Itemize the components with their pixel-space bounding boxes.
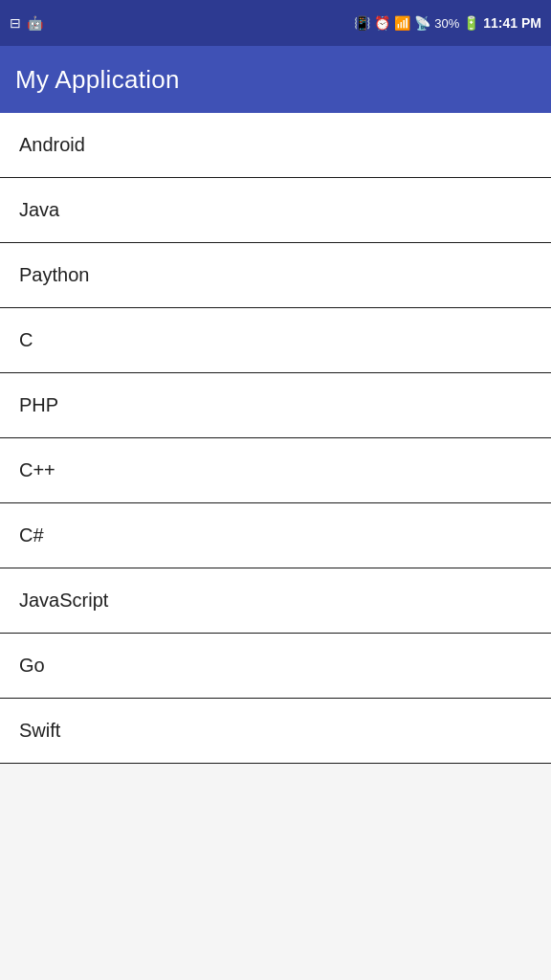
android-icon: 🤖	[27, 15, 43, 31]
alarm-icon: ⏰	[374, 15, 390, 31]
list-item-label: Go	[19, 655, 45, 676]
battery-percent: 30%	[434, 16, 459, 31]
list-item[interactable]: C	[0, 308, 551, 373]
battery-icon: 🔋	[463, 15, 479, 31]
list-container: Android Java Paython C PHP C++ C# JavaSc…	[0, 113, 551, 764]
list-item[interactable]: Java	[0, 178, 551, 243]
status-bar-left: ⊟ 🤖	[10, 15, 43, 31]
vibrate-icon: 📳	[354, 15, 370, 31]
list-item[interactable]: Swift	[0, 699, 551, 764]
list-item-label: Android	[19, 134, 85, 155]
list-item-label: PHP	[19, 394, 58, 415]
app-title: My Application	[15, 65, 180, 95]
list-item[interactable]: JavaScript	[0, 568, 551, 634]
status-time: 11:41 PM	[483, 15, 541, 31]
list-item[interactable]: Android	[0, 113, 551, 178]
list-item-label: JavaScript	[19, 590, 108, 611]
list-item[interactable]: PHP	[0, 373, 551, 438]
list-item-label: Java	[19, 199, 59, 220]
list-item-label: Swift	[19, 720, 60, 741]
list-item-label: Paython	[19, 264, 89, 285]
wifi-icon: 📶	[394, 15, 410, 31]
list-item[interactable]: C#	[0, 503, 551, 568]
list-item[interactable]: C++	[0, 438, 551, 503]
list-item-label: C++	[19, 459, 55, 480]
status-bar-right: 📳 ⏰ 📶 📡 30% 🔋 11:41 PM	[354, 15, 541, 31]
device-icon: ⊟	[10, 15, 21, 31]
app-bar: My Application	[0, 46, 551, 113]
list-item-label: C#	[19, 524, 44, 546]
list-item[interactable]: Paython	[0, 243, 551, 308]
status-bar: ⊟ 🤖 📳 ⏰ 📶 📡 30% 🔋 11:41 PM	[0, 0, 551, 46]
list-item[interactable]: Go	[0, 634, 551, 699]
list-item-label: C	[19, 329, 33, 350]
signal-icon: 📡	[414, 15, 430, 31]
